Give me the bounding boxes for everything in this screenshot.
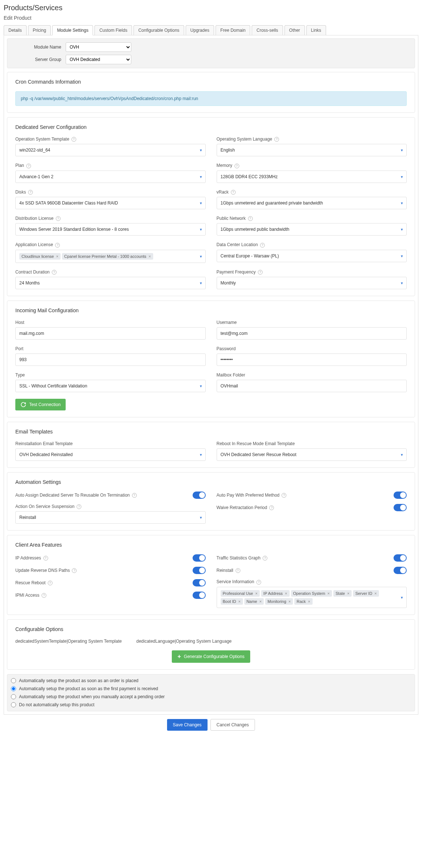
reinstall-toggle[interactable]: [394, 567, 407, 574]
traffic-toggle[interactable]: [394, 554, 407, 562]
ip-toggle[interactable]: [193, 554, 206, 562]
help-icon[interactable]: ?: [274, 137, 279, 142]
mbox-input[interactable]: [217, 380, 407, 392]
help-icon[interactable]: ?: [231, 190, 236, 195]
tab-cross-sells[interactable]: Cross-sells: [252, 25, 283, 35]
radio-label: Automatically setup the product as soon …: [19, 686, 158, 691]
reverse-toggle[interactable]: [193, 567, 206, 574]
module-name-select[interactable]: OVH: [66, 42, 131, 52]
remove-tag-icon[interactable]: ×: [328, 591, 330, 596]
tab-links[interactable]: Links: [306, 25, 326, 35]
remove-tag-icon[interactable]: ×: [56, 254, 58, 259]
auto-pay-toggle[interactable]: [394, 492, 407, 499]
reinstall-tpl-select[interactable]: OVH Dedicated Reinstalled▾: [15, 448, 206, 461]
help-icon[interactable]: ?: [256, 580, 261, 585]
help-icon[interactable]: ?: [236, 568, 240, 573]
remove-tag-icon[interactable]: ×: [255, 591, 258, 596]
rescue-toggle[interactable]: [193, 579, 206, 586]
help-icon[interactable]: ?: [260, 243, 265, 248]
help-icon[interactable]: ?: [132, 493, 137, 498]
host-label: Host: [15, 320, 206, 325]
os-lang-select[interactable]: English▾: [217, 144, 407, 156]
radio-input[interactable]: [11, 678, 16, 683]
user-input[interactable]: [217, 327, 407, 340]
help-icon[interactable]: ?: [55, 243, 60, 248]
tab-configurable-options[interactable]: Configurable Options: [133, 25, 184, 35]
remove-tag-icon[interactable]: ×: [285, 591, 287, 596]
save-button[interactable]: Save Changes: [167, 719, 208, 731]
help-icon[interactable]: ?: [52, 270, 57, 275]
disks-select[interactable]: 4x SSD SATA 960GB Datacenter Class Hard …: [15, 197, 206, 209]
remove-tag-icon[interactable]: ×: [289, 599, 291, 604]
host-input[interactable]: [15, 327, 206, 340]
tab-free-domain[interactable]: Free Domain: [216, 25, 250, 35]
remove-tag-icon[interactable]: ×: [148, 254, 151, 259]
tab-module-settings[interactable]: Module Settings: [52, 25, 93, 35]
tab-pricing[interactable]: Pricing: [28, 25, 51, 35]
dedicated-title: Dedicated Server Configuration: [15, 124, 407, 130]
setup-radio-option[interactable]: Automatically setup the product when you…: [11, 693, 411, 701]
auto-assign-toggle[interactable]: [193, 492, 206, 499]
reboot-tpl-select[interactable]: OVH Dedicated Server Rescue Reboot▾: [217, 448, 407, 461]
help-icon[interactable]: ?: [269, 505, 274, 510]
auto-pay-label: Auto Pay With Preferred Method?: [217, 493, 287, 498]
remove-tag-icon[interactable]: ×: [259, 599, 262, 604]
help-icon[interactable]: ?: [28, 190, 33, 195]
help-icon[interactable]: ?: [235, 164, 239, 168]
help-icon[interactable]: ?: [72, 568, 77, 573]
app-lic-select[interactable]: Cloudlinux license×Cpanel license Premie…: [15, 250, 206, 263]
help-icon[interactable]: ?: [26, 164, 31, 168]
help-icon[interactable]: ?: [48, 581, 53, 585]
setup-radio-list: Automatically setup the product as soon …: [7, 674, 415, 711]
action-susp-select[interactable]: Reinstall▾: [15, 511, 206, 524]
help-icon[interactable]: ?: [71, 137, 76, 142]
help-icon[interactable]: ?: [248, 216, 253, 221]
tab-bar: DetailsPricingModule SettingsCustom Fiel…: [4, 25, 418, 35]
setup-radio-option[interactable]: Automatically setup the product as soon …: [11, 685, 411, 693]
pass-input[interactable]: [217, 353, 407, 366]
payfreq-select[interactable]: Monthly▾: [217, 277, 407, 289]
radio-input[interactable]: [11, 702, 16, 707]
tab-details[interactable]: Details: [4, 25, 27, 35]
waive-toggle[interactable]: [394, 504, 407, 511]
tab-custom-fields[interactable]: Custom Fields: [94, 25, 132, 35]
help-icon[interactable]: ?: [258, 270, 263, 275]
tab-other[interactable]: Other: [284, 25, 305, 35]
type-select[interactable]: SSL - Without Certificate Validation▾: [15, 380, 206, 392]
ipmi-toggle[interactable]: [193, 592, 206, 599]
pubnet-select[interactable]: 1Gbps unmetered public bandwidth▾: [217, 223, 407, 236]
help-icon[interactable]: ?: [43, 556, 48, 561]
help-icon[interactable]: ?: [282, 493, 286, 498]
plan-select[interactable]: Advance-1 Gen 2▾: [15, 171, 206, 183]
radio-input[interactable]: [11, 694, 16, 699]
contract-select[interactable]: 24 Months▾: [15, 277, 206, 289]
cancel-button[interactable]: Cancel Changes: [210, 719, 255, 731]
radio-input[interactable]: [11, 686, 16, 691]
pass-label: Password: [217, 346, 407, 351]
test-connection-button[interactable]: Test Connection: [15, 399, 66, 410]
dist-lic-select[interactable]: Windows Server 2019 Standard Edition lic…: [15, 223, 206, 236]
server-group-select[interactable]: OVH Dedicated: [66, 55, 131, 64]
remove-tag-icon[interactable]: ×: [347, 591, 349, 596]
port-input[interactable]: [15, 353, 206, 366]
help-icon[interactable]: ?: [42, 593, 46, 598]
port-label: Port: [15, 346, 206, 351]
app-lic-label: Application License?: [15, 242, 206, 247]
remove-tag-icon[interactable]: ×: [308, 599, 310, 604]
setup-radio-option[interactable]: Automatically setup the product as soon …: [11, 677, 411, 685]
plan-label: Plan?: [15, 163, 206, 168]
ipmi-label: IPMI Access?: [15, 593, 46, 598]
generate-options-button[interactable]: + Generate Configurable Options: [172, 650, 250, 663]
setup-radio-option[interactable]: Do not automatically setup this product: [11, 701, 411, 709]
vrack-select[interactable]: 1Gbps unmetered and guaranteed private b…: [217, 197, 407, 209]
help-icon[interactable]: ?: [56, 216, 61, 221]
help-icon[interactable]: ?: [77, 504, 81, 509]
help-icon[interactable]: ?: [263, 556, 267, 561]
remove-tag-icon[interactable]: ×: [375, 591, 377, 596]
memory-select[interactable]: 128GB DDR4 ECC 2933MHz▾: [217, 171, 407, 183]
tab-upgrades[interactable]: Upgrades: [186, 25, 214, 35]
remove-tag-icon[interactable]: ×: [238, 599, 240, 604]
os-template-select[interactable]: win2022-std_64▾: [15, 144, 206, 156]
dc-select[interactable]: Central Europe - Warsaw (PL)▾: [217, 250, 407, 262]
service-info-select[interactable]: Professional Use×IP Address×Operation Sy…: [217, 587, 407, 608]
